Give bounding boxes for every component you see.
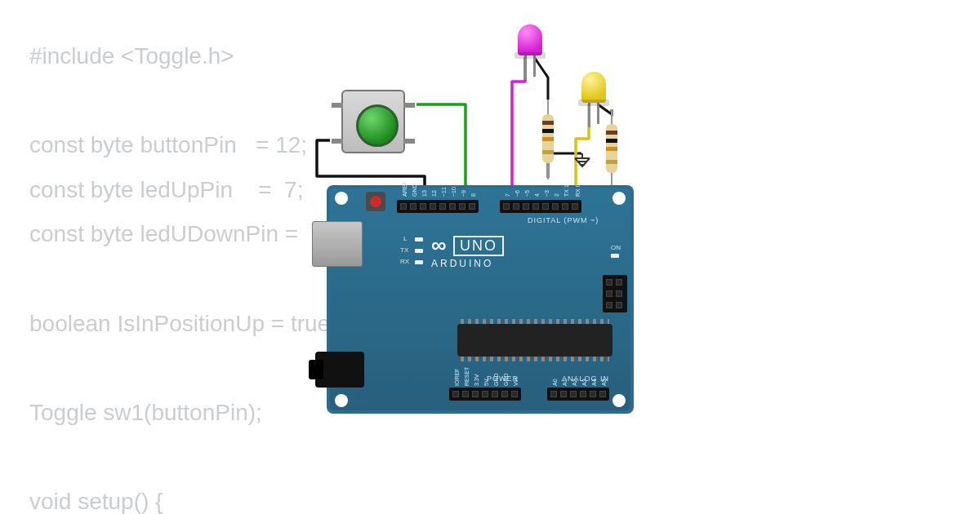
pin-label: 8	[470, 193, 476, 197]
pin-label: 12	[431, 190, 437, 197]
board-brand: ∞ UNO ARDUINO	[431, 231, 504, 269]
pin-label: A0	[552, 379, 558, 386]
pin-label: 13	[421, 190, 427, 197]
reset-button[interactable]	[366, 192, 385, 211]
resistor-1	[542, 114, 554, 163]
header-digital-high[interactable]	[397, 200, 479, 213]
pin-label: ~5	[524, 190, 530, 197]
pin-label: ~10	[451, 187, 457, 197]
pin-label: ~3	[544, 190, 550, 197]
arduino-uno-board: L TX RX ON	[327, 185, 634, 414]
led-yellow	[581, 72, 606, 103]
header-analog[interactable]	[547, 388, 609, 401]
header-power[interactable]	[449, 388, 521, 401]
brand-label: ARDUINO	[431, 258, 504, 269]
pin-label: ~6	[514, 190, 520, 197]
button-leg	[332, 139, 343, 144]
pin-label: IOREF	[454, 369, 460, 386]
pin-label: ~11	[441, 187, 447, 197]
ground-symbol	[573, 153, 591, 168]
pin-label: GND	[412, 184, 417, 197]
pin-label: 2	[554, 193, 559, 197]
section-label-analog: ANALOG IN	[562, 374, 609, 383]
infinity-logo-icon: ∞	[431, 233, 443, 258]
button-leg	[332, 103, 343, 108]
push-button[interactable]	[341, 90, 405, 153]
button-leg	[403, 103, 415, 108]
section-label-digital: DIGITAL (PWM ~)	[528, 216, 599, 224]
pin-label: 7	[505, 193, 510, 197]
usb-port	[312, 221, 363, 267]
power-jack	[315, 352, 364, 388]
button-leg	[403, 139, 415, 144]
resistor-2	[606, 124, 617, 173]
atmega-chip	[457, 324, 612, 357]
pin-label: ~9	[461, 190, 466, 197]
header-digital-low[interactable]	[500, 200, 581, 213]
pin-label: RX 0	[575, 184, 581, 197]
circuit-stage: L TX RX ON	[0, 0, 980, 514]
pin-label: 4	[534, 193, 540, 197]
led-magenta	[518, 24, 542, 55]
pin-label: RESET	[464, 367, 470, 386]
pin-label: AREF	[402, 181, 408, 197]
header-icsp[interactable]	[603, 275, 627, 312]
pin-label: TX 1	[564, 184, 569, 197]
section-label-power: POWER	[487, 374, 519, 383]
pin-label: 3.3V	[474, 374, 479, 386]
model-label: UNO	[453, 236, 504, 256]
